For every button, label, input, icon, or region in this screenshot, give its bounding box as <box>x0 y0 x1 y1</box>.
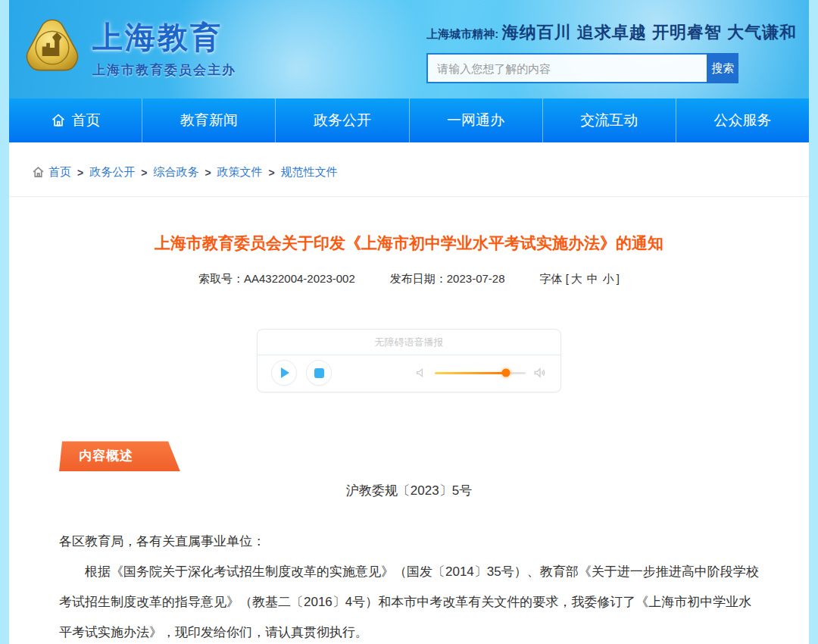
main-nav: 首页 教育新闻 政务公开 一网通办 交流互动 公众服务 <box>9 98 809 142</box>
breadcrumb-separator: > <box>204 167 211 179</box>
breadcrumb: 首页 > 政务公开 > 综合政务 > 政策文件 > 规范性文件 <box>9 142 809 197</box>
audio-player-controls <box>258 355 560 392</box>
publish-date-label: 发布日期： <box>390 272 447 285</box>
index-number: 索取号：AA4322004-2023-002 <box>198 272 355 286</box>
breadcrumb-separator: > <box>141 167 147 179</box>
breadcrumb-item-policy-docs[interactable]: 政策文件 <box>217 165 263 180</box>
font-size-large-button[interactable]: 大 <box>571 272 582 285</box>
nav-item-public-service[interactable]: 公众服务 <box>676 98 809 142</box>
search-input[interactable] <box>426 53 707 83</box>
main-paragraph: 根据《国务院关于深化考试招生制度改革的实施意见》（国发〔2014〕35号）、教育… <box>59 557 759 644</box>
city-spirit-slogan: 上海城市精神: 海纳百川 追求卓越 开明睿智 大气谦和 <box>426 21 797 44</box>
document-number: 沪教委规〔2023〕5号 <box>59 482 759 499</box>
site-subtitle: 上海市教育委员会主办 <box>92 61 236 79</box>
nav-item-label: 首页 <box>72 111 101 130</box>
home-icon <box>51 113 66 128</box>
article-meta: 索取号：AA4322004-2023-002 发布日期：2023-07-28 字… <box>59 272 759 286</box>
font-size-medium-button[interactable]: 中 <box>587 272 598 285</box>
nav-item-gov-affairs[interactable]: 政务公开 <box>276 98 409 142</box>
publish-date: 发布日期：2023-07-28 <box>390 272 505 286</box>
breadcrumb-item-normative-docs[interactable]: 规范性文件 <box>281 165 338 180</box>
document-body: 各区教育局，各有关直属事业单位： 根据《国务院关于深化考试招生制度改革的实施意见… <box>59 527 759 644</box>
header-right: 上海城市精神: 海纳百川 追求卓越 开明睿智 大气谦和 搜索 <box>426 21 797 83</box>
nav-item-label: 交流互动 <box>580 111 638 130</box>
stop-button[interactable] <box>306 360 332 386</box>
breadcrumb-item-gov-affairs[interactable]: 政务公开 <box>89 165 135 180</box>
city-spirit-text: 海纳百川 追求卓越 开明睿智 大气谦和 <box>502 23 797 42</box>
font-size-bracket: [ <box>566 272 569 285</box>
font-size-bracket: ] <box>617 272 620 285</box>
index-number-value: AA4322004-2023-002 <box>244 272 355 285</box>
article: 上海市教育委员会关于印发《上海市初中学业水平考试实施办法》的通知 索取号：AA4… <box>9 232 809 644</box>
nav-item-one-stop[interactable]: 一网通办 <box>410 98 543 142</box>
volume-zone <box>415 366 547 380</box>
article-title: 上海市教育委员会关于印发《上海市初中学业水平考试实施办法》的通知 <box>59 232 759 254</box>
nav-item-label: 教育新闻 <box>180 111 238 130</box>
volume-high-icon <box>533 366 547 380</box>
font-size-control: 字体 [大中小] <box>540 272 620 286</box>
volume-slider-fill <box>435 372 506 374</box>
publish-date-value: 2023-07-28 <box>447 272 505 285</box>
volume-low-icon <box>415 367 427 379</box>
play-button[interactable] <box>271 360 297 386</box>
city-spirit-label: 上海城市精神: <box>426 27 498 40</box>
shanghai-education-logo-icon[interactable] <box>23 17 82 79</box>
stop-icon <box>314 368 324 378</box>
search-bar: 搜索 <box>426 53 738 83</box>
breadcrumb-item-comprehensive[interactable]: 综合政务 <box>153 165 198 180</box>
breadcrumb-separator: > <box>269 167 275 179</box>
volume-slider-handle[interactable] <box>501 369 510 377</box>
index-number-label: 索取号： <box>198 272 244 285</box>
nav-item-label: 一网通办 <box>447 111 504 130</box>
audio-player-title: 无障碍语音播报 <box>258 330 560 355</box>
page-container: 上海教育 上海市教育委员会主办 上海城市精神: 海纳百川 追求卓越 开明睿智 大… <box>9 0 809 644</box>
nav-item-interaction[interactable]: 交流互动 <box>543 98 676 142</box>
salutation-paragraph: 各区教育局，各有关直属事业单位： <box>59 527 759 557</box>
nav-item-label: 政务公开 <box>314 111 371 130</box>
accessible-audio-player: 无障碍语音播报 <box>257 329 561 392</box>
site-brand[interactable]: 上海教育 上海市教育委员会主办 <box>23 17 236 79</box>
nav-item-news[interactable]: 教育新闻 <box>142 98 276 142</box>
nav-item-home[interactable]: 首页 <box>9 98 142 142</box>
content-overview-banner: 内容概述 <box>59 441 180 471</box>
brand-text: 上海教育 上海市教育委员会主办 <box>92 17 236 79</box>
volume-slider[interactable] <box>435 372 526 374</box>
play-icon <box>281 367 289 378</box>
breadcrumb-home-icon <box>32 166 45 179</box>
site-title: 上海教育 <box>92 17 236 58</box>
breadcrumb-item-home[interactable]: 首页 <box>48 165 71 180</box>
font-size-small-button[interactable]: 小 <box>603 272 614 285</box>
breadcrumb-separator: > <box>77 167 83 179</box>
search-button[interactable]: 搜索 <box>707 53 738 83</box>
nav-item-label: 公众服务 <box>713 111 771 130</box>
site-header: 上海教育 上海市教育委员会主办 上海城市精神: 海纳百川 追求卓越 开明睿智 大… <box>9 0 809 98</box>
font-size-label: 字体 <box>540 272 563 285</box>
